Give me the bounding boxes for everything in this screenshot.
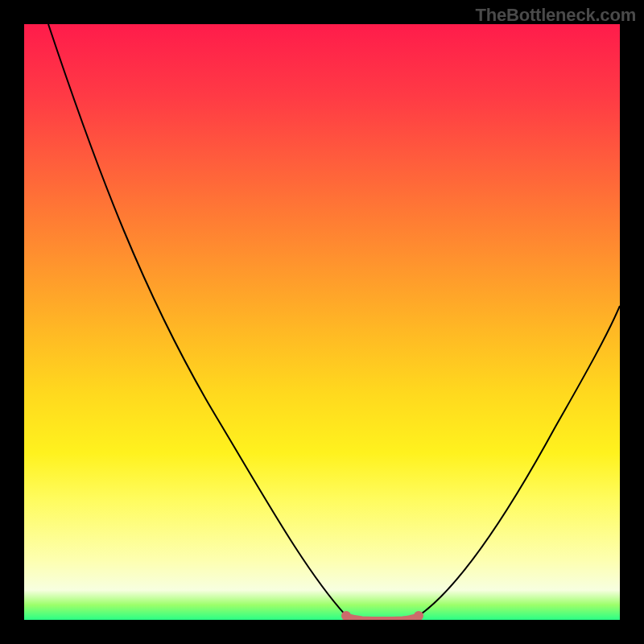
watermark-text: TheBottleneck.com [475,5,636,26]
right-dot [414,611,423,620]
left-curve [48,24,346,616]
flat-min-highlight [346,616,419,620]
right-curve [419,306,620,616]
left-dot [341,611,351,620]
curves-svg [24,24,620,620]
chart-stage: TheBottleneck.com [0,0,644,644]
plot-area [24,24,620,620]
